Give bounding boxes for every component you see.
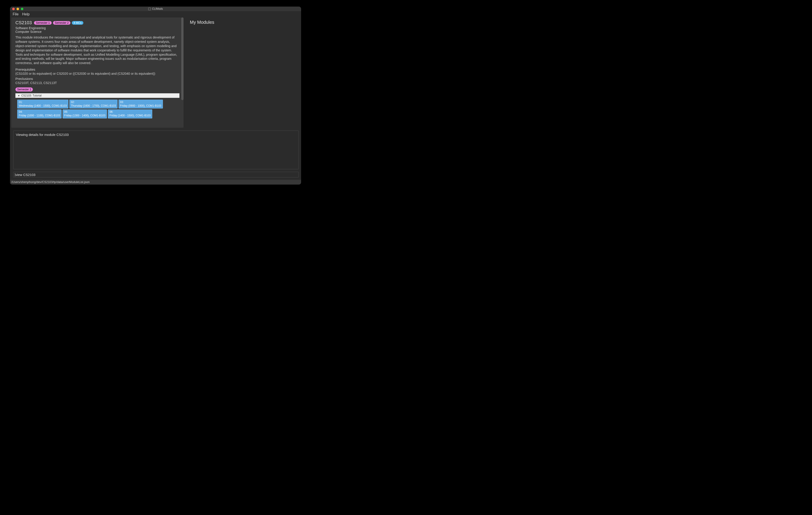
my-modules-panel: My Modules bbox=[187, 18, 300, 128]
close-icon[interactable] bbox=[12, 8, 15, 10]
output-area: Viewing details for module CS2103 bbox=[13, 130, 299, 170]
output-text: Viewing details for module CS2103 bbox=[16, 133, 69, 137]
module-title: Software Engineering bbox=[16, 26, 179, 30]
slot[interactable]: 02: Thursday (1600 - 1700), COM1-B103 bbox=[69, 100, 118, 109]
status-bar: /Users/shenyihong/dev/CS2103/tp/data/use… bbox=[10, 180, 301, 185]
slot-no: 06: bbox=[110, 110, 151, 114]
slot[interactable]: 03: Friday (0900 - 1000), COM1-B103 bbox=[118, 100, 163, 109]
window-controls bbox=[10, 8, 23, 10]
menu-file[interactable]: File bbox=[13, 12, 19, 16]
module-code: CS2103 bbox=[16, 20, 32, 25]
module-header: CS2103 Semester 1 Semester 2 4 MCs bbox=[16, 20, 179, 25]
my-modules-title: My Modules bbox=[190, 20, 297, 25]
menubar: File Help bbox=[10, 11, 301, 18]
slot-time: Friday (0900 - 1000), COM1-B103 bbox=[120, 104, 161, 108]
window-title: CLIMods bbox=[148, 7, 163, 10]
module-dept: Computer Science bbox=[16, 30, 179, 33]
semester-pill: Semester 1 bbox=[16, 87, 33, 91]
text-cursor bbox=[15, 173, 15, 176]
status-path: /Users/shenyihong/dev/CS2103/tp/data/use… bbox=[11, 180, 89, 184]
slot[interactable]: 04: Friday (1000 - 1100), COM1-B103 bbox=[17, 110, 62, 118]
content-row: CS2103 Semester 1 Semester 2 4 MCs Softw… bbox=[10, 18, 301, 128]
command-input[interactable] bbox=[16, 173, 297, 177]
slot[interactable]: 05: Friday (1300 - 1400), COM1-B103 bbox=[62, 110, 107, 118]
slot-no: 05: bbox=[64, 110, 105, 114]
slot-no: 04: bbox=[19, 110, 60, 114]
module-detail-panel: CS2103 Semester 1 Semester 2 4 MCs Softw… bbox=[11, 18, 183, 128]
preclusion-text: CS2103T, CS2113, CS2113T bbox=[16, 81, 179, 85]
maximize-icon[interactable] bbox=[21, 8, 23, 10]
slot[interactable]: 01: Wednesday (1400 - 1500), COM1-B103 bbox=[17, 100, 68, 109]
app-window: CLIMods File Help CS2103 Semester 1 Seme… bbox=[10, 6, 301, 185]
badge-sem2: Semester 2 bbox=[53, 21, 70, 25]
minimize-icon[interactable] bbox=[17, 8, 19, 10]
slot-time: Friday (1000 - 1100), COM1-B103 bbox=[19, 114, 60, 118]
slot-time: Friday (1300 - 1400), COM1-B103 bbox=[64, 114, 105, 118]
slot-no: 02: bbox=[71, 100, 116, 104]
slot-no: 01: bbox=[19, 100, 67, 104]
preclusion-title: Preclusions bbox=[16, 77, 179, 81]
scrollbar[interactable] bbox=[181, 18, 183, 100]
app-icon bbox=[148, 8, 151, 10]
badge-sem1: Semester 1 bbox=[34, 21, 52, 25]
slot-time: Wednesday (1400 - 1500), COM1-B103 bbox=[19, 104, 67, 108]
prereq-title: Prerequisites bbox=[16, 67, 179, 71]
module-description: This module introduces the necessary con… bbox=[16, 35, 179, 65]
slot[interactable]: 06: Friday (1400 - 1500), COM1-B103 bbox=[108, 110, 152, 118]
window-title-text: CLIMods bbox=[152, 7, 163, 10]
tutorial-slots: 01: Wednesday (1400 - 1500), COM1-B103 0… bbox=[16, 98, 179, 128]
slot-no: 03: bbox=[120, 100, 161, 104]
tutorial-header-text: CS2103: Tutorial bbox=[21, 94, 41, 97]
badge-mcs: 4 MCs bbox=[72, 21, 83, 25]
lesson-tutorial: ▼ CS2103: Tutorial 01: Wednesday (1400 -… bbox=[16, 93, 179, 128]
titlebar: CLIMods bbox=[10, 6, 301, 11]
slot-time: Friday (1400 - 1500), COM1-B103 bbox=[110, 114, 151, 118]
menu-help[interactable]: Help bbox=[22, 12, 30, 16]
command-input-box[interactable] bbox=[13, 172, 299, 178]
tutorial-header[interactable]: ▼ CS2103: Tutorial bbox=[16, 93, 179, 98]
prereq-text: (CS1020 or its equivalent) or CS2020 or … bbox=[16, 72, 179, 75]
chevron-down-icon: ▼ bbox=[18, 94, 20, 97]
slot-time: Thursday (1600 - 1700), COM1-B103 bbox=[71, 104, 116, 108]
